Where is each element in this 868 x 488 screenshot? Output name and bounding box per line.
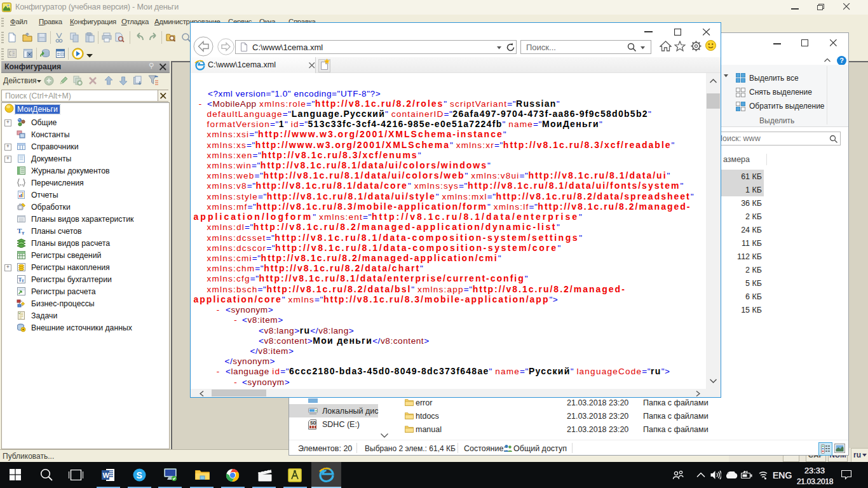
svg-text:S: S — [137, 470, 142, 480]
svg-text:W: W — [103, 471, 110, 479]
svg-text:т: т — [22, 278, 24, 283]
svg-text:т: т — [22, 229, 25, 236]
svg-text:SD: SD — [310, 421, 316, 425]
